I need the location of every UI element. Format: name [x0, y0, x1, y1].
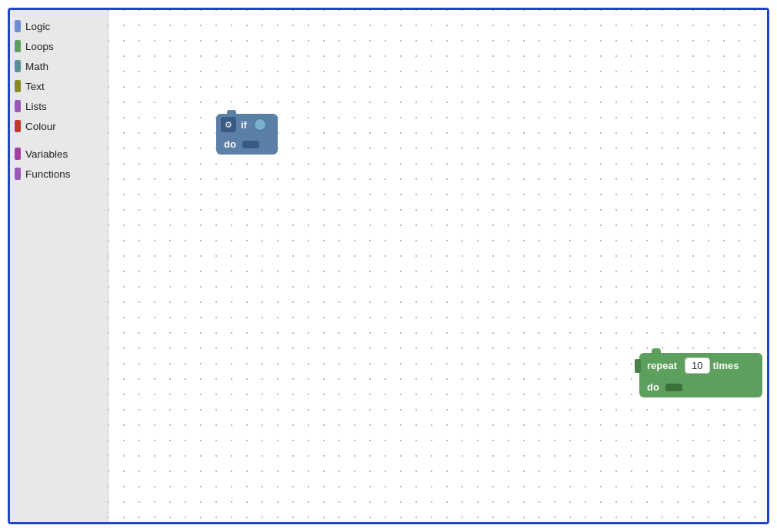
sidebar: LogicLoopsMathTextListsColourVariablesFu…: [10, 10, 108, 522]
if-label: if: [241, 119, 247, 131]
repeat-block[interactable]: repeat 10 times do: [639, 348, 762, 397]
sidebar-color-bar-variables: [15, 148, 21, 160]
sidebar-label-colour: Colour: [25, 121, 56, 132]
if-block[interactable]: ⚙ if do: [216, 110, 278, 155]
repeat-do-label: do: [647, 381, 659, 393]
sidebar-item-text[interactable]: Text: [10, 76, 108, 96]
gear-icon[interactable]: ⚙: [221, 117, 236, 132]
sidebar-item-variables[interactable]: Variables: [10, 144, 108, 164]
sidebar-label-loops: Loops: [25, 41, 54, 52]
times-label: times: [713, 360, 739, 371]
sidebar-item-loops[interactable]: Loops: [10, 36, 108, 56]
sidebar-item-logic[interactable]: Logic: [10, 16, 108, 36]
sidebar-color-bar-text: [15, 80, 21, 92]
repeat-value[interactable]: 10: [685, 357, 709, 374]
sidebar-color-bar-loops: [15, 40, 21, 52]
repeat-label: repeat: [647, 360, 677, 371]
sidebar-color-bar-colour: [15, 120, 21, 132]
do-slot[interactable]: [242, 141, 259, 148]
do-label: do: [224, 138, 236, 150]
if-block-header[interactable]: ⚙ if: [216, 114, 278, 135]
dot-grid-background: [108, 10, 767, 522]
sidebar-label-logic: Logic: [25, 21, 50, 32]
if-block-body[interactable]: do: [216, 135, 278, 155]
repeat-do-slot[interactable]: [665, 384, 682, 391]
repeat-block-body[interactable]: do: [639, 378, 762, 397]
sidebar-label-math: Math: [25, 61, 48, 72]
sidebar-item-math[interactable]: Math: [10, 56, 108, 76]
sidebar-label-variables: Variables: [25, 148, 68, 160]
sidebar-item-colour[interactable]: Colour: [10, 116, 108, 136]
sidebar-label-text: Text: [25, 81, 45, 92]
sidebar-label-lists: Lists: [25, 101, 47, 112]
sidebar-color-bar-logic: [15, 20, 21, 32]
sidebar-color-bar-lists: [15, 100, 21, 112]
sidebar-label-functions: Functions: [25, 168, 71, 180]
if-condition-slot[interactable]: [253, 118, 267, 131]
sidebar-color-bar-functions: [15, 168, 21, 180]
sidebar-item-lists[interactable]: Lists: [10, 96, 108, 116]
sidebar-color-bar-math: [15, 60, 21, 72]
repeat-block-header[interactable]: repeat 10 times: [639, 353, 762, 378]
block-canvas[interactable]: ⚙ if do repeat 10 times do: [108, 10, 767, 522]
sidebar-item-functions[interactable]: Functions: [10, 164, 108, 184]
app-container: LogicLoopsMathTextListsColourVariablesFu…: [8, 8, 769, 524]
repeat-left-notch: [635, 359, 641, 373]
